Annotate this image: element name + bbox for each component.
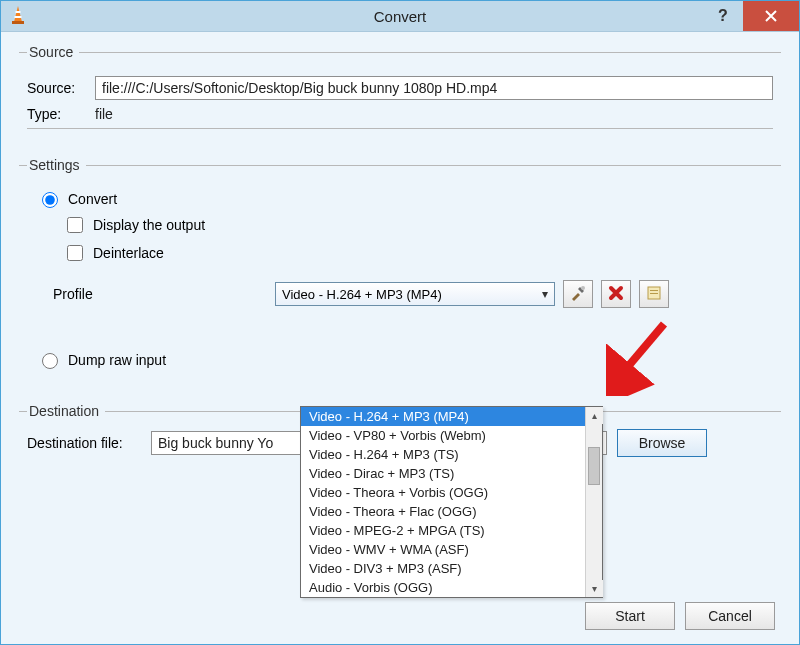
cancel-button[interactable]: Cancel <box>685 602 775 630</box>
display-output-label: Display the output <box>93 217 205 233</box>
chevron-down-icon: ▾ <box>542 287 548 301</box>
deinterlace-label: Deinterlace <box>93 245 164 261</box>
dump-raw-label: Dump raw input <box>68 352 166 368</box>
deinterlace-checkbox[interactable]: Deinterlace <box>63 242 773 264</box>
svg-rect-3 <box>12 21 24 24</box>
display-output-input[interactable] <box>67 217 83 233</box>
deinterlace-input[interactable] <box>67 245 83 261</box>
source-label: Source: <box>27 80 95 96</box>
delete-icon <box>608 285 624 304</box>
start-button[interactable]: Start <box>585 602 675 630</box>
vlc-cone-icon <box>9 5 27 28</box>
new-profile-button[interactable] <box>639 280 669 308</box>
svg-rect-2 <box>15 16 22 18</box>
client-area: Source Source: Type: file Settings Conve… <box>1 32 799 644</box>
svg-rect-6 <box>650 290 658 291</box>
new-profile-icon <box>646 285 662 304</box>
convert-radio[interactable]: Convert <box>37 189 773 208</box>
destination-label: Destination file: <box>27 435 151 451</box>
profile-option[interactable]: Video - Dirac + MP3 (TS) <box>301 464 602 483</box>
profile-dropdown-list[interactable]: Video - H.264 + MP3 (MP4) Video - VP80 +… <box>300 406 603 598</box>
dialog-buttons: Start Cancel <box>585 602 775 630</box>
display-output-checkbox[interactable]: Display the output <box>63 214 773 236</box>
convert-radio-input[interactable] <box>42 192 58 208</box>
dump-raw-radio-input[interactable] <box>42 353 58 369</box>
convert-dialog: Convert ? Source Source: Type: file Sett… <box>0 0 800 645</box>
settings-legend: Settings <box>27 157 86 173</box>
type-value: file <box>95 106 113 122</box>
svg-marker-0 <box>14 6 22 22</box>
tools-icon <box>569 284 587 305</box>
profile-option[interactable]: Video - MPEG-2 + MPGA (TS) <box>301 521 602 540</box>
svg-rect-1 <box>16 11 21 13</box>
dump-raw-radio[interactable]: Dump raw input <box>37 350 773 369</box>
divider <box>27 128 773 129</box>
dropdown-scrollbar[interactable]: ▴ ▾ <box>585 407 602 597</box>
profile-combobox[interactable]: Video - H.264 + MP3 (MP4) ▾ <box>275 282 555 306</box>
profile-option[interactable]: Video - H.264 + MP3 (TS) <box>301 445 602 464</box>
svg-rect-7 <box>650 293 658 294</box>
profile-option[interactable]: Audio - Vorbis (OGG) <box>301 578 602 597</box>
destination-legend: Destination <box>27 403 105 419</box>
source-input[interactable] <box>95 76 773 100</box>
titlebar-buttons: ? <box>703 1 799 31</box>
convert-radio-label: Convert <box>68 191 117 207</box>
profile-option[interactable]: Video - Theora + Flac (OGG) <box>301 502 602 521</box>
profile-option[interactable]: Video - H.264 + MP3 (MP4) <box>301 407 602 426</box>
profile-label: Profile <box>27 286 275 302</box>
titlebar: Convert ? <box>1 1 799 32</box>
settings-group: Settings Convert Display the output Dein… <box>19 157 781 389</box>
scroll-up-arrow-icon[interactable]: ▴ <box>586 407 603 424</box>
window-title: Convert <box>1 8 799 25</box>
type-label: Type: <box>27 106 95 122</box>
edit-profile-button[interactable] <box>563 280 593 308</box>
close-button[interactable] <box>743 1 799 31</box>
profile-option[interactable]: Video - VP80 + Vorbis (Webm) <box>301 426 602 445</box>
profile-selected-text: Video - H.264 + MP3 (MP4) <box>282 287 442 302</box>
scroll-down-arrow-icon[interactable]: ▾ <box>586 580 603 597</box>
scroll-thumb[interactable] <box>588 447 600 485</box>
delete-profile-button[interactable] <box>601 280 631 308</box>
source-legend: Source <box>27 44 79 60</box>
svg-point-4 <box>581 286 585 290</box>
help-button[interactable]: ? <box>703 1 743 31</box>
profile-option[interactable]: Video - Theora + Vorbis (OGG) <box>301 483 602 502</box>
profile-option[interactable]: Video - DIV3 + MP3 (ASF) <box>301 559 602 578</box>
profile-option[interactable]: Video - WMV + WMA (ASF) <box>301 540 602 559</box>
source-group: Source Source: Type: file <box>19 44 781 143</box>
browse-button[interactable]: Browse <box>617 429 707 457</box>
